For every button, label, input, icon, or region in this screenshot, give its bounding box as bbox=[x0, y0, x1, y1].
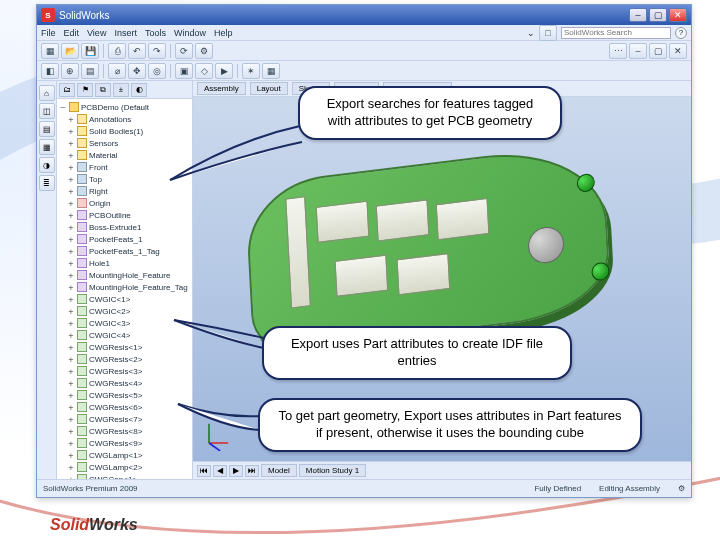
tree-toggle-icon[interactable]: + bbox=[67, 139, 75, 148]
tree-toggle-icon[interactable]: + bbox=[67, 259, 75, 268]
tree-toggle-icon[interactable]: + bbox=[67, 319, 75, 328]
tree-toggle-icon[interactable]: + bbox=[67, 451, 75, 460]
menu-view[interactable]: View bbox=[87, 28, 106, 38]
tree-toggle-icon[interactable]: + bbox=[67, 199, 75, 208]
smart-fasteners-button[interactable]: ⌀ bbox=[108, 63, 126, 79]
tree-item[interactable]: +PocketFeats_1 bbox=[57, 233, 192, 245]
tree-toggle-icon[interactable]: + bbox=[67, 235, 75, 244]
tree-toggle-icon[interactable]: + bbox=[67, 331, 75, 340]
tree-toggle-icon[interactable]: + bbox=[67, 355, 75, 364]
move-component-button[interactable]: ✥ bbox=[128, 63, 146, 79]
linear-pattern-button[interactable]: ▤ bbox=[81, 63, 99, 79]
tree-toggle-icon[interactable]: + bbox=[67, 403, 75, 412]
tree-toggle-icon[interactable]: + bbox=[67, 271, 75, 280]
tree-toggle-icon[interactable]: + bbox=[67, 379, 75, 388]
tree-toggle-icon[interactable]: + bbox=[67, 187, 75, 196]
file-explorer-icon[interactable]: ▤ bbox=[39, 121, 55, 137]
tree-toggle-icon[interactable]: + bbox=[67, 439, 75, 448]
tree-toggle-icon[interactable]: + bbox=[67, 415, 75, 424]
print-button[interactable]: ⎙ bbox=[108, 43, 126, 59]
save-button[interactable]: 💾 bbox=[81, 43, 99, 59]
last-tab-button[interactable]: ⏭ bbox=[245, 465, 259, 477]
tree-toggle-icon[interactable]: + bbox=[67, 307, 75, 316]
tree-toggle-icon[interactable]: + bbox=[67, 223, 75, 232]
config-manager-tab[interactable]: ⧉ bbox=[95, 83, 111, 97]
tab-model[interactable]: Model bbox=[261, 464, 297, 477]
exploded-view-button[interactable]: ✶ bbox=[242, 63, 260, 79]
assembly-features-button[interactable]: ▣ bbox=[175, 63, 193, 79]
tree-toggle-icon[interactable]: + bbox=[67, 283, 75, 292]
dim-manager-tab[interactable]: ± bbox=[113, 83, 129, 97]
property-manager-tab[interactable]: ⚑ bbox=[77, 83, 93, 97]
sw-resources-icon[interactable]: ⌂ bbox=[39, 85, 55, 101]
tree-toggle-icon[interactable]: + bbox=[67, 463, 75, 472]
tree-item[interactable]: +CWGIC<2> bbox=[57, 305, 192, 317]
tree-item[interactable]: +CWGLamp<1> bbox=[57, 449, 192, 461]
customize-dropdown-icon[interactable]: ⌄ bbox=[527, 28, 535, 38]
tree-item[interactable]: +CWGResis<5> bbox=[57, 389, 192, 401]
bom-button[interactable]: ▦ bbox=[262, 63, 280, 79]
tree-item[interactable]: +MountingHole_Feature_Tag bbox=[57, 281, 192, 293]
mate-button[interactable]: ⊕ bbox=[61, 63, 79, 79]
custom-props-icon[interactable]: ≣ bbox=[39, 175, 55, 191]
tree-item[interactable]: +PCBOutline bbox=[57, 209, 192, 221]
tree-item[interactable]: +CWGResis<4> bbox=[57, 377, 192, 389]
first-tab-button[interactable]: ⏮ bbox=[197, 465, 211, 477]
redo-button[interactable]: ↷ bbox=[148, 43, 166, 59]
tree-item[interactable]: +CWGIC<1> bbox=[57, 293, 192, 305]
help-icon[interactable]: ? bbox=[675, 27, 687, 39]
doc-close-button[interactable]: ✕ bbox=[669, 43, 687, 59]
show-hidden-button[interactable]: ◎ bbox=[148, 63, 166, 79]
tree-toggle-icon[interactable]: + bbox=[67, 211, 75, 220]
tree-toggle-icon[interactable]: + bbox=[67, 127, 75, 136]
tree-item[interactable]: +Hole1 bbox=[57, 257, 192, 269]
tree-item[interactable]: +CWGLamp<2> bbox=[57, 461, 192, 473]
tree-toggle-icon[interactable]: + bbox=[67, 295, 75, 304]
new-motion-study-button[interactable]: ▶ bbox=[215, 63, 233, 79]
doc-max-button[interactable]: ▢ bbox=[649, 43, 667, 59]
rebuild-button[interactable]: ⟳ bbox=[175, 43, 193, 59]
tree-toggle-icon[interactable]: + bbox=[67, 247, 75, 256]
feature-tree-tab[interactable]: 🗂 bbox=[59, 83, 75, 97]
tree-toggle-icon[interactable]: + bbox=[67, 163, 75, 172]
menu-insert[interactable]: Insert bbox=[114, 28, 137, 38]
search-input[interactable] bbox=[561, 27, 671, 39]
tree-item[interactable]: +Boss-Extrude1 bbox=[57, 221, 192, 233]
tree-item[interactable]: +CWGResis<3> bbox=[57, 365, 192, 377]
tree-toggle-icon[interactable]: + bbox=[67, 343, 75, 352]
next-tab-button[interactable]: ▶ bbox=[229, 465, 243, 477]
insert-component-button[interactable]: ◧ bbox=[41, 63, 59, 79]
close-button[interactable]: ✕ bbox=[669, 8, 687, 22]
tree-toggle-icon[interactable]: + bbox=[67, 391, 75, 400]
menu-window[interactable]: Window bbox=[174, 28, 206, 38]
tree-toggle-icon[interactable]: + bbox=[67, 427, 75, 436]
tree-root-label[interactable]: PCBDemo (Default bbox=[81, 103, 149, 112]
prev-tab-button[interactable]: ◀ bbox=[213, 465, 227, 477]
view-palette-icon[interactable]: ▦ bbox=[39, 139, 55, 155]
undo-button[interactable]: ↶ bbox=[128, 43, 146, 59]
menu-tools[interactable]: Tools bbox=[145, 28, 166, 38]
tree-toggle-icon[interactable]: + bbox=[67, 367, 75, 376]
appearances-icon[interactable]: ◑ bbox=[39, 157, 55, 173]
doc-min-button[interactable]: – bbox=[629, 43, 647, 59]
design-library-icon[interactable]: ◫ bbox=[39, 103, 55, 119]
tree-item[interactable]: +CWGResis<8> bbox=[57, 425, 192, 437]
tree-toggle-icon[interactable]: – bbox=[59, 103, 67, 112]
tree-item[interactable]: +PocketFeats_1_Tag bbox=[57, 245, 192, 257]
tree-toggle-icon[interactable]: + bbox=[67, 151, 75, 160]
reference-geometry-button[interactable]: ◇ bbox=[195, 63, 213, 79]
open-button[interactable]: 📂 bbox=[61, 43, 79, 59]
tab-assembly[interactable]: Assembly bbox=[197, 82, 246, 95]
tree-item[interactable]: +CWGResis<7> bbox=[57, 413, 192, 425]
display-manager-tab[interactable]: ◐ bbox=[131, 83, 147, 97]
options-button[interactable]: ⚙ bbox=[195, 43, 213, 59]
maximize-button[interactable]: ▢ bbox=[649, 8, 667, 22]
status-unit-icon[interactable]: ⚙ bbox=[678, 484, 685, 493]
new-button[interactable]: ▦ bbox=[41, 43, 59, 59]
toolbar-more-1[interactable]: ⋯ bbox=[609, 43, 627, 59]
tree-item[interactable]: +MountingHole_Feature bbox=[57, 269, 192, 281]
menu-help[interactable]: Help bbox=[214, 28, 233, 38]
tree-toggle-icon[interactable]: + bbox=[67, 115, 75, 124]
menu-file[interactable]: File bbox=[41, 28, 56, 38]
tree-toggle-icon[interactable]: + bbox=[67, 175, 75, 184]
